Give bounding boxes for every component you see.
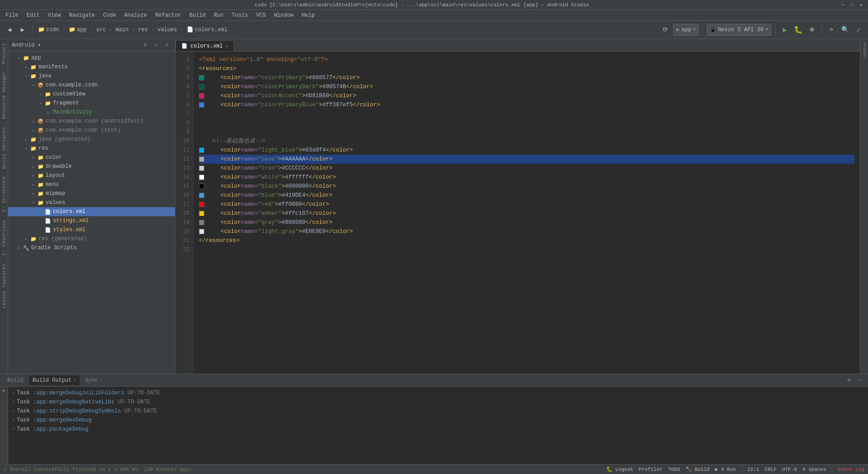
status-encoding[interactable]: UTF-8 — [782, 467, 797, 472]
panel-settings-btn[interactable]: ⚙ — [141, 41, 150, 50]
build-task-1: › Task :app:mergeDebugJniLibFolders UP-T… — [12, 389, 864, 398]
breadcrumb-res[interactable]: res — [137, 26, 150, 34]
tree-item-res[interactable]: ▾ 📁 res — [8, 144, 175, 153]
menu-edit[interactable]: Edit — [23, 11, 43, 19]
panel-gear2-btn[interactable]: ≡ — [162, 41, 171, 50]
bottom-tab-build[interactable]: Build — [4, 375, 27, 385]
tree-item-colors-xml[interactable]: ▸ 📄 colors.xml — [8, 207, 175, 216]
tree-item-strings-xml[interactable]: ▸ 📄 strings.xml — [8, 216, 175, 225]
breadcrumb-file[interactable]: 📄 colors.xml — [185, 25, 229, 34]
code-line-14: <color name="white">#ffffff</color> — [199, 173, 854, 182]
sync-close[interactable]: ✕ — [100, 378, 102, 383]
breadcrumb-values-label: values — [157, 27, 177, 33]
tree-item-styles-xml[interactable]: ▸ 📄 styles.xml — [8, 225, 175, 234]
tree-item-fragment[interactable]: ▸ 📁 fragment — [8, 99, 175, 108]
menu-analyze[interactable]: Analyze — [121, 11, 151, 19]
menu-navigate[interactable]: Navigate — [65, 11, 99, 19]
menu-build[interactable]: Build — [186, 11, 209, 19]
status-crlf[interactable]: CRLF — [764, 467, 776, 472]
toolbar-more-btn[interactable]: ✓ — [853, 24, 864, 36]
sync-project-btn[interactable]: ⟳ — [826, 24, 837, 36]
tree-item-mainactivity[interactable]: ▸ ☕ MainActivity — [8, 108, 175, 117]
tree-item-values[interactable]: ▾ 📁 values — [8, 198, 175, 207]
breadcrumb-main[interactable]: main — [114, 26, 131, 34]
status-event-log[interactable]: Event Log — [838, 467, 864, 472]
debug-button[interactable]: 🐛 — [793, 24, 804, 36]
tree-item-gradle-scripts[interactable]: ▸ 🔧 Gradle Scripts — [8, 243, 175, 252]
app-selector[interactable]: ▶ app ▼ — [673, 24, 699, 36]
tree-item-res-generated[interactable]: ▸ 📁 res (generated) — [8, 234, 175, 243]
sidebar-favorites[interactable]: 2: Favorites — [0, 216, 8, 259]
status-build[interactable]: 🔨 Build — [685, 466, 710, 472]
breadcrumb-app[interactable]: 📁 app — [67, 25, 89, 34]
tab-close-btn[interactable]: ✕ — [226, 43, 228, 49]
code-line-4: <color name="colorPrimaryDark">#00574B</… — [199, 82, 854, 91]
gradle-panel-btn[interactable]: Gradle — [861, 41, 868, 59]
right-sidebar: Gradle — [860, 39, 868, 374]
code-line-15: <color name="black">#000000</color> — [199, 182, 854, 191]
breadcrumb-csdn[interactable]: 📁 csdn — [36, 25, 61, 34]
build-task-3: › Task :app:stripDebugDebugSymbols UP-TO… — [12, 407, 864, 416]
sidebar-layout-captures[interactable]: Layout Captures — [0, 260, 8, 312]
toolbar-sync-btn[interactable]: ⟳ — [660, 24, 671, 36]
tree-item-package[interactable]: ▾ 📦 com.example.csdn — [8, 81, 175, 90]
menu-refactor[interactable]: Refactor — [151, 11, 185, 19]
bottom-minimize-btn[interactable]: — — [855, 376, 864, 385]
bottom-left-arrow[interactable]: ▶ — [0, 387, 8, 394]
breadcrumb-values[interactable]: values — [156, 26, 179, 34]
tree-item-color[interactable]: ▸ 📁 color — [8, 153, 175, 162]
device-selector[interactable]: 📱 Nexus 5 API 30 ▼ — [707, 24, 771, 36]
breadcrumb-src[interactable]: src — [94, 26, 108, 34]
status-run[interactable]: ▶ 4 Run — [715, 466, 736, 472]
menu-run[interactable]: Run — [210, 11, 227, 19]
minimize-button[interactable]: — — [840, 2, 846, 8]
bottom-tab-build-output[interactable]: Build Output ✕ — [29, 375, 80, 385]
sidebar-build-variants[interactable]: Build Variants — [0, 123, 8, 172]
bottom-left-icons: ▶ — [0, 387, 8, 464]
tree-item-java-generated[interactable]: ▸ 📁 java (generated) — [8, 135, 175, 144]
code-line-21: </resources> — [199, 236, 854, 245]
bottom-settings-btn[interactable]: ⚙ — [844, 376, 854, 385]
tree-item-androidtest[interactable]: ▸ 📦 com.example.csdn (androidTest) — [8, 117, 175, 126]
tree-item-manifests[interactable]: ▸ 📁 manifests — [8, 62, 175, 71]
breadcrumb-src-label: src — [96, 27, 106, 33]
tree-item-drawable[interactable]: ▸ 📁 drawable — [8, 162, 175, 171]
code-line-9 — [199, 128, 854, 137]
bottom-tab-sync[interactable]: Sync ✕ — [81, 375, 106, 385]
menu-file[interactable]: File — [2, 11, 22, 19]
menu-view[interactable]: View — [44, 11, 65, 19]
status-profiler[interactable]: Profiler — [639, 467, 663, 472]
status-indent[interactable]: 4 spaces — [802, 467, 826, 472]
status-todo[interactable]: TODO — [668, 467, 680, 472]
menu-tools[interactable]: Tools — [228, 11, 252, 19]
stop-button[interactable]: ■ — [806, 24, 818, 36]
sidebar-project[interactable]: Project — [0, 39, 8, 67]
toolbar-back-btn[interactable]: ◀ — [4, 24, 15, 36]
tree-item-java[interactable]: ▾ 📁 java — [8, 71, 175, 81]
build-output-close[interactable]: ✕ — [73, 378, 75, 383]
status-position[interactable]: 22:1 — [747, 467, 759, 472]
menu-vcs[interactable]: VCS — [253, 11, 270, 19]
toolbar-search-btn[interactable]: 🔍 — [839, 24, 851, 36]
code-editor[interactable]: <?xml version="1.0" encoding="utf-8"?> <… — [193, 52, 860, 374]
sidebar-structure[interactable]: 2: Structure — [0, 172, 8, 216]
tree-item-app[interactable]: ▾ 📁 app — [8, 53, 175, 62]
run-button[interactable]: ▶ — [779, 24, 791, 36]
tree-item-layout[interactable]: ▸ 📁 layout — [8, 171, 175, 180]
tree-item-mipmap[interactable]: ▸ 📁 mipmap — [8, 189, 175, 198]
status-logcat[interactable]: 🐛 Logcat — [606, 466, 633, 472]
menu-help[interactable]: Help — [298, 11, 318, 19]
maximize-button[interactable]: □ — [849, 2, 855, 8]
toolbar-forward-btn[interactable]: ▶ — [17, 24, 28, 36]
editor-content: 12345 678910 1112131415 1617181920 2122 … — [175, 52, 860, 374]
tree-item-menu[interactable]: ▸ 📁 menu — [8, 180, 175, 189]
tree-item-customview[interactable]: ▸ 📁 customView — [8, 90, 175, 99]
panel-gear-btn[interactable]: ⇔ — [151, 41, 160, 50]
tree-item-test[interactable]: ▸ 📦 com.example.csdn (test) — [8, 126, 175, 135]
editor-tab-colors[interactable]: 📄 colors.xml ✕ — [175, 40, 234, 51]
breadcrumb-app-label: app — [77, 27, 87, 33]
sidebar-resource-manager[interactable]: Resource Manager — [0, 67, 8, 123]
menu-code[interactable]: Code — [99, 11, 120, 19]
close-button[interactable]: ✕ — [858, 2, 864, 8]
menu-window[interactable]: Window — [270, 11, 297, 19]
